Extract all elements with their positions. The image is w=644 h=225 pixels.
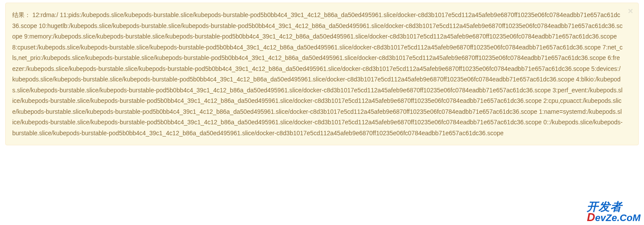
result-prefix: 结果： bbox=[12, 11, 31, 18]
result-alert: × 结果： 12:rdma:/ 11:pids:/kubepods.slice/… bbox=[5, 3, 639, 145]
close-icon: × bbox=[628, 6, 633, 16]
result-body: 12:rdma:/ 11:pids:/kubepods.slice/kubepo… bbox=[12, 11, 623, 137]
close-button[interactable]: × bbox=[628, 7, 633, 15]
